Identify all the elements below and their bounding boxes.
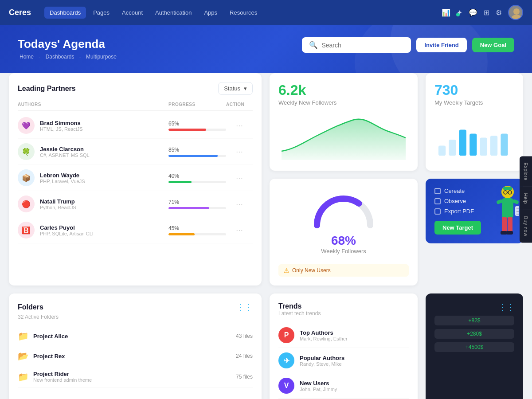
partner-name: Jessie Clarcson <box>40 146 90 153</box>
brand-logo: Ceres <box>9 8 31 17</box>
trend-name: New Users <box>300 380 337 387</box>
trend-authors: Randy, Steve, Mike <box>300 361 344 367</box>
progress-wrap: 65% <box>168 121 226 131</box>
search-input[interactable] <box>321 42 404 49</box>
folder-info: 📁 Project Alice <box>18 331 68 341</box>
invite-friend-button[interactable]: Invite Friend <box>416 38 466 52</box>
svg-rect-5 <box>469 134 477 156</box>
progress-label: 40% <box>168 173 226 179</box>
amount-badge: +280$ <box>434 329 514 339</box>
targets-label: My Weekly Targets <box>434 99 514 106</box>
trend-row: V New Users John, Pat, Jimmy <box>278 373 409 399</box>
chat-icon[interactable]: 💬 <box>469 8 477 17</box>
leading-partners-card: Leading Partners Status ▾ AUTHORS PROGRE… <box>9 73 262 286</box>
progress-bar <box>168 233 226 235</box>
side-tab-explore[interactable]: Explore <box>520 156 532 187</box>
new-goal-button[interactable]: New Goal <box>472 38 514 52</box>
partner-row: 🅱️ Carles Puyol PHP, SQLite, Artisan CLI… <box>18 217 253 243</box>
folders-more-icon[interactable]: ⋮⋮ <box>237 302 253 312</box>
status-dropdown[interactable]: Status ▾ <box>218 82 253 95</box>
breadcrumb-dashboards[interactable]: Dashboards <box>46 54 74 60</box>
nav-link-pages[interactable]: Pages <box>88 7 115 19</box>
gauge-label: Weekly Followers <box>321 248 366 254</box>
folder-icon: 📂 <box>18 351 29 361</box>
trends-title: Trends <box>278 302 409 310</box>
svg-rect-3 <box>449 140 456 156</box>
new-target-button[interactable]: New Target <box>434 221 481 235</box>
svg-rect-15 <box>508 217 512 232</box>
gauge-wrap: 68% Weekly Followers <box>278 188 409 260</box>
grid-icon[interactable]: ⊞ <box>484 8 489 17</box>
followers-number: 6.2k <box>278 82 409 98</box>
folder-name: Project Alice <box>33 333 68 340</box>
stats-icon[interactable]: 📊 <box>442 8 450 17</box>
partner-info: 🅱️ Carles Puyol PHP, SQLite, Artisan CLI <box>18 222 168 239</box>
promo-option-label: Export PDF <box>444 208 474 215</box>
trends-subtitle: Latest tech trends <box>278 310 409 317</box>
folder-info: 📂 Project Rex <box>18 351 65 361</box>
trend-icon: ✈ <box>278 352 294 368</box>
file-count: 75 files <box>236 374 253 380</box>
partner-info: 🔴 Natali Trump Python, ReactJS <box>18 196 168 212</box>
amount-badge: +4500$ <box>434 342 514 352</box>
nav-link-apps[interactable]: Apps <box>199 7 223 19</box>
settings-icon[interactable]: ⚙ <box>496 8 502 17</box>
avatar[interactable] <box>508 5 523 20</box>
weekly-followers-card: 6.2k Weekly New Followers <box>270 73 418 171</box>
partner-row: 🔴 Natali Trump Python, ReactJS 71% ⋯ <box>18 191 253 217</box>
folder-icon: 📁 <box>18 331 29 341</box>
trend-authors: Mark, Rowling, Esther <box>300 336 348 341</box>
action-dots[interactable]: ⋯ <box>226 148 253 156</box>
action-dots[interactable]: ⋯ <box>226 121 253 130</box>
action-dots[interactable]: ⋯ <box>226 174 253 182</box>
amount-badge: +82$ <box>434 316 514 325</box>
svg-rect-7 <box>490 136 497 156</box>
trends-card: Trends Latest tech trends P Top Authors … <box>270 293 418 399</box>
partner-name: Brad Simmons <box>40 120 83 126</box>
file-count: 43 files <box>236 333 253 339</box>
progress-wrap: 85% <box>168 147 226 157</box>
file-count: 24 files <box>236 353 253 359</box>
trend-icon: P <box>278 327 294 343</box>
gauge-percent: 68% <box>331 234 356 248</box>
notification-icon-wrap: ✦ <box>457 8 462 17</box>
progress-bar <box>168 181 226 183</box>
nav-link-account[interactable]: Account <box>117 7 148 19</box>
action-dots[interactable]: ⋯ <box>226 200 253 208</box>
targets-number: 730 <box>434 82 514 98</box>
followers-label: Weekly New Followers <box>278 99 409 106</box>
table-headers: AUTHORS PROGRESS ACTION <box>18 102 253 111</box>
progress-bar <box>168 129 226 131</box>
gauge-card: 68% Weekly Followers ⚠ Only New Users <box>270 179 418 286</box>
progress-fill <box>168 233 195 235</box>
side-tabs: Explore Help Buy now <box>520 156 532 243</box>
trend-rows-container: P Top Authors Mark, Rowling, Esther ✈ Po… <box>278 323 409 399</box>
partner-row: 🍀 Jessie Clarcson C#, ASP.NET, MS SQL 85… <box>18 139 253 165</box>
search-icon: 🔍 <box>309 41 318 49</box>
nav-link-dashboards[interactable]: Dashboards <box>44 7 86 19</box>
nav-link-resources[interactable]: Resources <box>224 7 262 19</box>
col-action: ACTION <box>226 102 253 107</box>
nav-link-authentication[interactable]: Authentication <box>150 7 197 19</box>
search-bar[interactable]: 🔍 <box>302 37 411 53</box>
targets-chart <box>434 111 514 160</box>
navbar: Ceres Dashboards Pages Account Authentic… <box>0 0 532 25</box>
side-tab-help[interactable]: Help <box>520 187 532 210</box>
breadcrumb-home[interactable]: Home <box>20 54 34 60</box>
folder-row: 📁 Project Rider New frontend admin theme… <box>18 366 253 387</box>
nav-links: Dashboards Pages Account Authentication … <box>44 7 262 19</box>
progress-fill <box>168 129 206 131</box>
notification-dot <box>456 13 460 16</box>
partner-avatar: 💜 <box>18 117 35 134</box>
breadcrumb-multipurpose: Multipurpose <box>86 54 117 60</box>
main-content: Leading Partners Status ▾ AUTHORS PROGRE… <box>0 73 532 399</box>
action-dots[interactable]: ⋯ <box>226 226 253 235</box>
svg-point-1 <box>512 15 521 20</box>
side-tab-buy-now[interactable]: Buy now <box>520 210 532 243</box>
dark-panel-dots[interactable]: ⋮⋮ <box>498 302 514 312</box>
folder-rows-container: 📁 Project Alice 43 files 📂 Project Rex 2… <box>18 326 253 387</box>
progress-wrap: 45% <box>168 225 226 235</box>
partner-avatar: 📦 <box>18 169 35 186</box>
svg-rect-4 <box>459 130 466 156</box>
followers-chart <box>278 111 409 160</box>
